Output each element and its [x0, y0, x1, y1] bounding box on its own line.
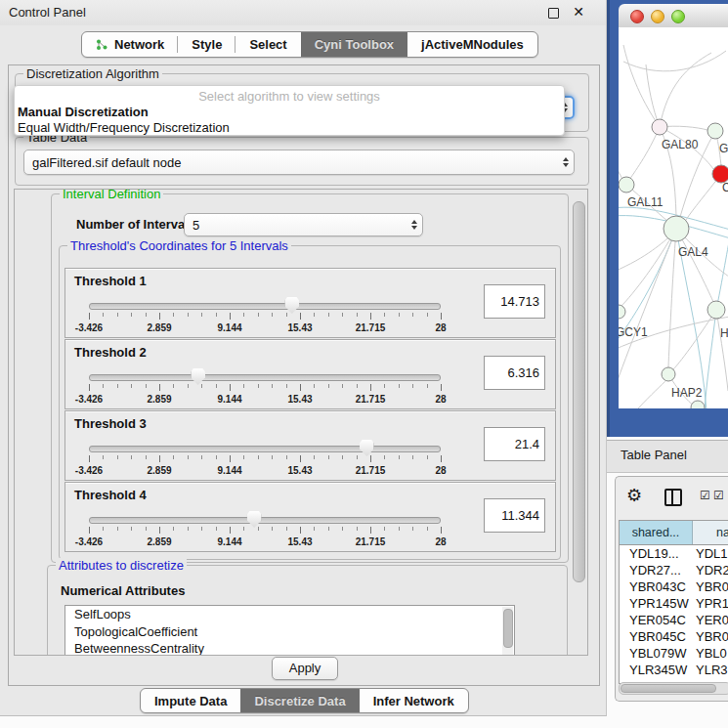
cell-shared-name[interactable]: YBR043C	[620, 578, 692, 595]
network-node[interactable]	[619, 177, 634, 193]
tab-cyni-toolbox[interactable]: Cyni Toolbox	[301, 32, 407, 57]
cell-shared-name[interactable]: YDL19...	[620, 545, 692, 562]
network-node[interactable]	[662, 367, 675, 381]
threshold-4-value-field[interactable]: 11.344	[484, 498, 545, 533]
cell-shared-name[interactable]: YBR045C	[620, 628, 692, 645]
close-icon[interactable]: ✕	[573, 4, 584, 20]
table-row[interactable]: YER054CYER0	[620, 612, 728, 628]
threshold-1-panel: Threshold 1 -3.4262.8599.14415.4321.7152…	[64, 268, 556, 338]
tab-network[interactable]: Network	[82, 32, 178, 57]
tab-discretize-data[interactable]: Discretize Data	[240, 689, 359, 712]
threshold-2-value-field[interactable]: 6.316	[484, 356, 545, 390]
cell-name[interactable]: YBR0	[692, 628, 728, 645]
numerical-attributes-list: SelfLoopsTopologicalCoefficientBetweenne…	[64, 605, 515, 656]
slider-thumb[interactable]	[284, 297, 299, 314]
table-row[interactable]: YBR043CYBR0	[620, 578, 728, 595]
cell-name[interactable]: YBL0	[692, 645, 728, 662]
table-row[interactable]: YDL19...YDL1	[620, 545, 728, 562]
algorithm-option-manual[interactable]: Manual Discretization	[15, 104, 564, 119]
attributes-list-scrollbar-thumb[interactable]	[503, 609, 513, 648]
minimize-traffic-light-icon[interactable]	[651, 10, 664, 23]
split-columns-icon[interactable]	[664, 489, 682, 506]
cell-name[interactable]: YDR2	[692, 562, 728, 578]
slider-tick-labels: -3.4262.8599.14415.4321.71528	[89, 322, 441, 333]
network-node[interactable]	[707, 301, 725, 319]
tick-label: 15.43	[287, 394, 312, 405]
tick-label: 2.859	[147, 322, 171, 333]
network-node[interactable]	[691, 401, 705, 408]
algorithm-option-equal-width[interactable]: Equal Width/Frequency Discretization	[15, 119, 564, 135]
tick-label: -3.426	[75, 536, 103, 547]
network-canvas[interactable]: GAL80GCGAL11GAL4GCY1HHAP2	[619, 27, 728, 408]
table-row[interactable]: YBR045CYBR0	[620, 628, 728, 645]
attribute-list-item[interactable]: TopologicalCoefficient	[65, 623, 514, 641]
tab-jactivemnodules[interactable]: jActiveMNodules	[407, 32, 537, 57]
table-row[interactable]: YPR145WYPR1	[620, 595, 728, 612]
select-all-columns-icon[interactable]: ☑	[713, 490, 724, 501]
table-row[interactable]: YLR345WYLR3	[620, 662, 728, 678]
cell-shared-name[interactable]: YPR145W	[620, 595, 692, 612]
table-panel-window: ⚙ ☑ ☑ shared... na YDL19...YDL1YDR27...Y…	[615, 476, 728, 702]
zoom-traffic-light-icon[interactable]	[671, 10, 685, 23]
float-window-icon[interactable]	[548, 8, 559, 19]
column-header-shared-name[interactable]: shared...	[620, 521, 693, 544]
tab-discretize-data-label: Discretize Data	[254, 694, 345, 708]
network-window-titlebar[interactable]	[619, 4, 728, 28]
slider-thumb[interactable]	[191, 368, 205, 385]
table-row[interactable]: YBL079WYBL0	[620, 645, 728, 662]
tab-infer-network[interactable]: Infer Network	[360, 689, 468, 712]
number-of-intervals-spinner[interactable]: 5	[184, 213, 423, 236]
slider-thumb[interactable]	[360, 440, 374, 456]
threshold-2-panel: Threshold 2 -3.4262.8599.14415.4321.7152…	[64, 339, 556, 409]
slider-track[interactable]	[89, 517, 441, 524]
threshold-1-label: Threshold 1	[74, 274, 147, 288]
cell-name[interactable]: YPR1	[692, 595, 728, 612]
cell-shared-name[interactable]: YER054C	[620, 612, 692, 628]
apply-button[interactable]: Apply	[272, 657, 338, 680]
table-data-combobox[interactable]: galFiltered.sif default node	[23, 150, 575, 175]
network-node-label: GCY1	[619, 325, 648, 339]
cell-name[interactable]: YER0	[692, 612, 728, 628]
slider-track[interactable]	[89, 303, 441, 310]
tick-label: 28	[435, 465, 446, 476]
discretization-algorithm-group-label: Discretization Algorithm	[23, 66, 162, 81]
cell-name[interactable]: YDL1	[692, 545, 728, 562]
attribute-list-item[interactable]: SelfLoops	[65, 606, 514, 623]
threshold-4-panel: Threshold 4 -3.4262.8599.14415.4321.7152…	[64, 482, 556, 552]
slider-thumb[interactable]	[247, 511, 262, 528]
slider-tick-labels: -3.4262.8599.14415.4321.71528	[89, 465, 441, 476]
close-traffic-light-icon[interactable]	[630, 10, 644, 23]
tick-label: 9.144	[217, 322, 241, 333]
column-header-name[interactable]: na	[693, 521, 728, 544]
network-node[interactable]	[707, 123, 723, 139]
spinner-stepper-icon	[407, 220, 422, 231]
threshold-3-value-field[interactable]: 21.4	[484, 427, 545, 461]
tab-style[interactable]: Style	[178, 32, 236, 57]
table-row[interactable]: YDR27...YDR2	[620, 562, 728, 578]
tab-select[interactable]: Select	[236, 32, 300, 57]
select-columns-icon[interactable]: ☑	[700, 490, 710, 501]
tab-impute-data[interactable]: Impute Data	[141, 689, 240, 712]
algorithm-dropdown-popup: Select algorithm to view settings Manual…	[14, 85, 565, 136]
slider-track[interactable]	[89, 446, 441, 452]
cell-name[interactable]: YLR3	[692, 662, 728, 678]
cell-shared-name[interactable]: YBL079W	[620, 645, 692, 662]
cell-shared-name[interactable]: YDR27...	[620, 562, 692, 578]
table-hscrollbar-thumb[interactable]	[621, 684, 716, 693]
cell-shared-name[interactable]: YLR345W	[620, 662, 692, 678]
tick-label: 28	[435, 536, 446, 547]
network-view-window: GAL80GCGAL11GAL4GCY1HHAP2	[607, 0, 728, 437]
network-node[interactable]	[652, 119, 667, 135]
network-node[interactable]	[664, 216, 689, 241]
threshold-1-value-field[interactable]: 14.713	[484, 284, 545, 319]
number-of-intervals-value: 5	[185, 218, 407, 233]
settings-scrollbar-thumb[interactable]	[573, 201, 585, 582]
tick-label: 28	[435, 394, 446, 405]
algorithm-popup-hint: Select algorithm to view settings	[15, 86, 564, 104]
network-node[interactable]	[619, 305, 625, 319]
tab-cyni-toolbox-label: Cyni Toolbox	[315, 37, 394, 52]
slider-track[interactable]	[89, 374, 441, 381]
cell-name[interactable]: YBR0	[692, 578, 728, 595]
attribute-list-item[interactable]: BetweennessCentrality	[65, 640, 514, 656]
gear-icon[interactable]: ⚙	[626, 485, 642, 506]
